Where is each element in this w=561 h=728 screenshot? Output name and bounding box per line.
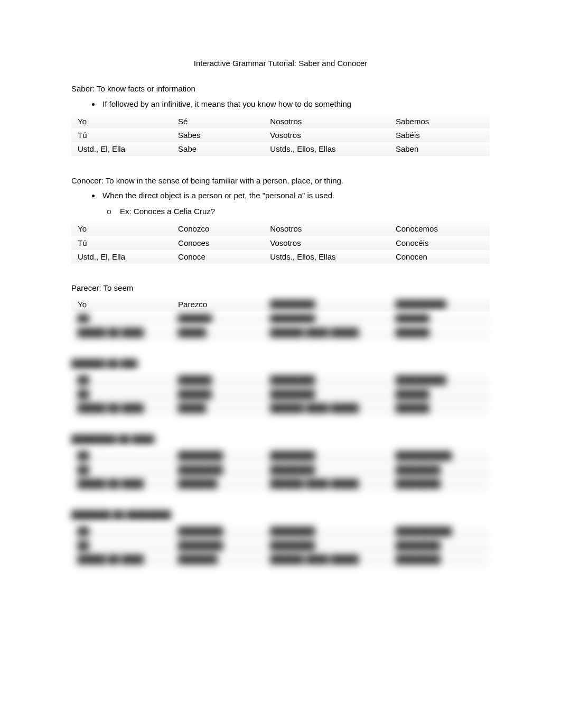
cell: █████████	[389, 373, 490, 387]
cell: Yo	[71, 298, 172, 311]
table-row: █████ ██ ████ █████ ██████ ████ █████ ██…	[71, 401, 490, 415]
conocer-bullets: When the direct object is a person or pe…	[100, 190, 490, 201]
cell: ████████	[172, 463, 264, 477]
cell: ███████	[172, 477, 264, 491]
cell: ████████	[172, 539, 264, 552]
cell: ██████	[172, 373, 264, 387]
cell: ██	[71, 539, 172, 552]
cell: ████████	[172, 449, 264, 463]
table-row: Ustd., El, Ella Conoce Ustds., Ellos, El…	[71, 250, 490, 264]
table-row: ██ ████████ ████████ ██████████	[71, 449, 490, 463]
cell: ██████	[389, 388, 490, 401]
table-row: ██ ████████ ████████ ████████	[71, 463, 490, 477]
cell: ████████	[264, 539, 389, 552]
cell: Ustd., El, Ella	[71, 250, 172, 264]
table-row: Yo Parezco ████████ █████████	[71, 298, 490, 311]
table-row: ██ ██████ ████████ █████████	[71, 373, 490, 387]
cell: Yo	[71, 222, 172, 236]
cell: ██	[71, 524, 172, 538]
table-row: ██ ██████ ████████ ██████	[71, 312, 490, 326]
cell: ██████	[172, 388, 264, 401]
cell: Saben	[389, 142, 490, 156]
hidden-table-1: ██ ██████ ████████ █████████ ██ ██████ █…	[71, 373, 490, 415]
cell: Ustds., Ellos, Ellas	[264, 250, 389, 264]
table-row: ██ ████████ ████████ ██████████	[71, 524, 490, 538]
cell: ████████	[264, 373, 389, 387]
cell: Parezco	[172, 298, 264, 311]
cell: Nosotros	[264, 115, 389, 128]
cell: Conocemos	[389, 222, 490, 236]
cell: ██████ ████ █████	[264, 477, 389, 491]
table-row: ██ ████████ ████████ ████████	[71, 539, 490, 552]
hidden-heading-3: ███████ ██ ████████	[71, 510, 490, 520]
hidden-heading-2: ████████ ██ ████	[71, 434, 490, 445]
cell: ██████	[172, 312, 264, 326]
cell: Ustds., Ellos, Ellas	[264, 142, 389, 156]
cell: ████████	[264, 463, 389, 477]
cell: Nosotros	[264, 222, 389, 236]
conocer-table: Yo Conozco Nosotros Conocemos Tú Conoces…	[71, 222, 490, 264]
cell: ████████	[389, 552, 490, 566]
table-row: █████ ██ ████ ███████ ██████ ████ █████ …	[71, 552, 490, 566]
cell: Vosotros	[264, 128, 389, 142]
cell: ██	[71, 312, 172, 326]
cell: █████ ██ ████	[71, 401, 172, 415]
conocer-heading: Conocer: To know in the sense of being f…	[71, 176, 490, 186]
cell: Tú	[71, 236, 172, 250]
cell: █████	[172, 326, 264, 339]
table-row: Yo Conozco Nosotros Conocemos	[71, 222, 490, 236]
cell: Vosotros	[264, 236, 389, 250]
cell: Conozco	[172, 222, 264, 236]
cell: Conoces	[172, 236, 264, 250]
cell: ████████	[264, 298, 389, 311]
cell: Conocéis	[389, 236, 490, 250]
cell: Sé	[172, 115, 264, 128]
cell: Sabes	[172, 128, 264, 142]
saber-bullet-1: If followed by an infinitive, it means t…	[100, 99, 490, 109]
cell: Sabe	[172, 142, 264, 156]
cell: ████████	[389, 539, 490, 552]
table-row: █████ ██ ████ ███████ ██████ ████ █████ …	[71, 477, 490, 491]
cell: ██████ ████ █████	[264, 552, 389, 566]
cell: ██████	[389, 401, 490, 415]
conocer-sub-bullets: Ex: Conoces a Celia Cruz?	[118, 206, 490, 217]
cell: ████████	[264, 312, 389, 326]
saber-heading: Saber: To know facts or information	[71, 84, 490, 94]
table-row: ██ ██████ ████████ ██████	[71, 388, 490, 401]
table-row: █████ ██ ████ █████ ██████ ████ █████ ██…	[71, 326, 490, 339]
page-title: Interactive Grammar Tutorial: Saber and …	[71, 58, 490, 69]
table-row: Ustd., El, Ella Sabe Ustds., Ellos, Ella…	[71, 142, 490, 156]
cell: Yo	[71, 115, 172, 128]
parecer-table: Yo Parezco ████████ █████████ ██ ██████ …	[71, 298, 490, 339]
cell: ████████	[264, 449, 389, 463]
conocer-sub-bullet-1: Ex: Conoces a Celia Cruz?	[118, 206, 490, 217]
saber-bullets: If followed by an infinitive, it means t…	[100, 99, 490, 109]
table-row: Yo Sé Nosotros Sabemos	[71, 115, 490, 128]
cell: █████████	[389, 298, 490, 311]
table-row: Tú Conoces Vosotros Conocéis	[71, 236, 490, 250]
cell: █████	[172, 401, 264, 415]
cell: ██████ ████ █████	[264, 401, 389, 415]
saber-table: Yo Sé Nosotros Sabemos Tú Sabes Vosotros…	[71, 115, 490, 156]
hidden-table-2: ██ ████████ ████████ ██████████ ██ █████…	[71, 449, 490, 491]
cell: Sabemos	[389, 115, 490, 128]
table-row: Tú Sabes Vosotros Sabéis	[71, 128, 490, 142]
cell: ██	[71, 388, 172, 401]
cell: ████████	[172, 524, 264, 538]
cell: Ustd., El, Ella	[71, 142, 172, 156]
cell: ██	[71, 449, 172, 463]
hidden-heading-1: ██████ ██ ███	[71, 358, 490, 369]
cell: Sabéis	[389, 128, 490, 142]
cell: █████ ██ ████	[71, 326, 172, 339]
conocer-bullet-1: When the direct object is a person or pe…	[100, 190, 490, 201]
cell: Conoce	[172, 250, 264, 264]
cell: ███████	[172, 552, 264, 566]
parecer-heading: Parecer: To seem	[71, 283, 490, 293]
cell: ██	[71, 463, 172, 477]
cell: ██████	[389, 312, 490, 326]
cell: ████████	[264, 524, 389, 538]
cell: ██	[71, 373, 172, 387]
cell: ██████	[389, 326, 490, 339]
cell: ██████████	[389, 524, 490, 538]
cell: █████ ██ ████	[71, 552, 172, 566]
